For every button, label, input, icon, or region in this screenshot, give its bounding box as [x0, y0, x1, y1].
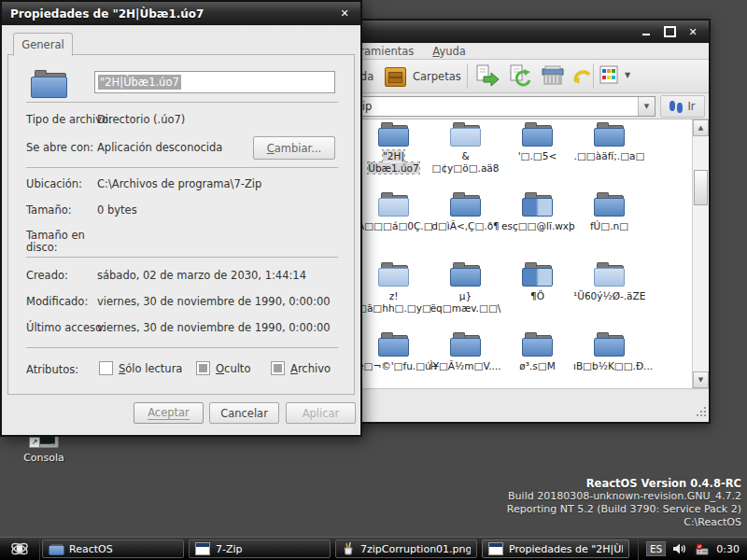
cancel-button[interactable]: Cancelar [209, 402, 279, 424]
file-item-label: .□□àäfí;.□a□ [573, 150, 645, 162]
change-button[interactable]: Cambiar... [253, 136, 335, 160]
file-item[interactable]: ø³.s□M [501, 331, 573, 388]
file-item[interactable]: esç□□@lï.wxþ [501, 191, 573, 261]
folder-icon [378, 261, 410, 287]
folders-button[interactable]: Carpetas [385, 64, 461, 89]
file-item-label: "2H|Ùbæ1.úo7 [368, 150, 418, 174]
task-button-label: 7-Zip [216, 543, 243, 555]
hardware-tray-icon[interactable] [694, 542, 710, 556]
checkbox-readonly-label: Sólo lectura [119, 362, 182, 375]
apply-button[interactable]: Aplicar [286, 402, 356, 424]
address-dropdown-button[interactable]: ▼ [638, 97, 655, 116]
checkbox-archive[interactable]: Archivo [271, 361, 331, 375]
file-item[interactable]: d□ìÃ<,Ç□.ð¶ [430, 191, 501, 261]
file-item-label: esç□□@lï.wxþ [501, 220, 573, 232]
task-button-paint[interactable]: 7zipCorruption01.png - P... [335, 539, 477, 558]
vertical-scrollbar[interactable]: ▲ ▼ [692, 119, 709, 388]
scroll-down-button[interactable]: ▼ [693, 371, 709, 388]
dialog-close-button[interactable]: ✕ [337, 7, 352, 20]
tab-general[interactable]: General [13, 33, 73, 56]
undo-button[interactable] [570, 63, 596, 89]
delete-button[interactable] [540, 63, 566, 89]
task-button-reactos[interactable]: ReactOS [42, 539, 184, 558]
task-button-properties[interactable]: Propiedades de "2H|Ùb... [482, 539, 629, 558]
version-line-2: Build 20180308-unknown-revision.GNU_4.7.… [507, 490, 741, 503]
start-button[interactable] [0, 538, 40, 560]
checkbox-hidden[interactable]: Oculto [196, 361, 250, 375]
file-item-label: '□.□5< [501, 150, 573, 162]
combo-arrow-icon: ▼ [644, 103, 649, 110]
version-line-4: C:\ReactOS [507, 516, 741, 529]
folder-icon [49, 543, 63, 555]
undo-icon [570, 63, 596, 89]
scrollbar-thumb[interactable] [694, 170, 708, 205]
separator [26, 102, 338, 103]
folder-icon [378, 191, 410, 217]
filename-input[interactable]: "2H|Ùbæ1.úo7 [94, 71, 335, 93]
accept-button-label: Aceptar [148, 406, 190, 420]
accept-button[interactable]: Aceptar [134, 402, 204, 424]
toolbar-separator-2 [593, 63, 594, 89]
file-item[interactable]: A□□□á□0Ç.□ [358, 191, 430, 261]
checkbox-archive-box[interactable] [271, 361, 285, 375]
file-item[interactable]: µ}ëq□mæv.□□\ [430, 261, 501, 331]
version-line-1: ReactOS Version 0.4.8-RC [507, 477, 741, 490]
maximize-icon [664, 26, 676, 37]
file-item[interactable]: fÚ□.n□ [573, 191, 645, 261]
file-item[interactable]: "2H|Ùbæ1.úo7 [358, 121, 430, 191]
file-item[interactable]: ê□¬©'□fu.□ú÷ [358, 331, 430, 388]
file-item-label: ¶Ö [501, 290, 573, 302]
move-to-button[interactable] [474, 63, 500, 89]
go-button[interactable]: Ir [660, 95, 705, 118]
size-label: Tamaño: [26, 203, 72, 217]
close-button[interactable]: ✕ [685, 26, 700, 38]
size-on-disk-label: Tamaño en disco: [26, 230, 85, 252]
file-grid: "2H|Ùbæ1.úo7 & □¢y□ö□.aä8 '□.□5< .□□àäfí… [358, 121, 645, 388]
checkbox-readonly-box[interactable] [99, 361, 113, 375]
folder-icon [522, 121, 554, 147]
close-icon: ✕ [340, 7, 348, 20]
dialog-titlebar[interactable]: Propiedades de "2H|Ùbæ1.úo7 ✕ [2, 2, 360, 25]
go-button-label: Ir [687, 100, 695, 113]
copy-to-button[interactable] [507, 63, 533, 89]
file-item[interactable]: z!□ã□hh□.□y□ [358, 261, 430, 331]
clock[interactable]: 0:30 [716, 543, 740, 555]
folder-icon [450, 121, 482, 147]
maximize-button[interactable] [662, 26, 677, 38]
window-icon [195, 542, 210, 555]
views-button[interactable]: ▼ [599, 65, 630, 84]
file-item[interactable]: ıB□b½K□□.Ð... [573, 331, 645, 388]
file-item[interactable]: ÌY□Ã½m□V.... [430, 331, 501, 388]
views-dropdown-icon: ▼ [625, 71, 630, 79]
keyboard-layout-indicator[interactable]: ES [646, 541, 666, 556]
created-label: Creado: [26, 269, 68, 282]
file-item[interactable]: & □¢y□ö□.aä8 [430, 121, 501, 191]
checkbox-readonly[interactable]: Sólo lectura [99, 361, 182, 375]
scroll-up-button[interactable]: ▲ [693, 119, 709, 136]
minimize-button[interactable] [639, 26, 654, 38]
taskbar: ReactOS 7-Zip 7zipCorruption01.png - P..… [0, 537, 747, 560]
copy-to-icon [507, 63, 533, 89]
shortcut-arrow-icon: ↗ [29, 437, 40, 448]
file-item-label: ¹Ü60ý½Ø-.äZE [573, 290, 645, 302]
file-item[interactable]: ¹Ü60ý½Ø-.äZE [573, 261, 645, 331]
file-item[interactable]: '□.□5< [501, 121, 573, 191]
task-button-label: Propiedades de "2H|Ùb... [509, 543, 623, 555]
file-item[interactable]: ¶Ö [501, 261, 573, 331]
attributes-label: Atributos: [26, 363, 78, 376]
modified-label: Modificado: [26, 295, 88, 308]
accessed-value: viernes, 30 de noviembre de 1990, 0:00:0… [97, 321, 331, 334]
file-item[interactable]: .□□àäfí;.□a□ [573, 121, 645, 191]
version-line-3: Reporting NT 5.2 (Build 3790: Service Pa… [507, 503, 741, 516]
menu-item-help[interactable]: Ayuda [432, 45, 466, 58]
task-button-7zip[interactable]: 7-Zip [189, 539, 331, 558]
tab-general-label: General [21, 38, 63, 51]
folder-icon [594, 121, 626, 147]
resize-grip[interactable] [704, 414, 706, 416]
scroll-up-icon: ▲ [698, 124, 703, 132]
folder-icon [522, 261, 554, 287]
volume-icon[interactable] [672, 542, 687, 555]
file-type-value: Directorio (.úo7) [97, 113, 185, 126]
checkbox-hidden-box[interactable] [196, 361, 210, 375]
size-value: 0 bytes [97, 203, 137, 217]
